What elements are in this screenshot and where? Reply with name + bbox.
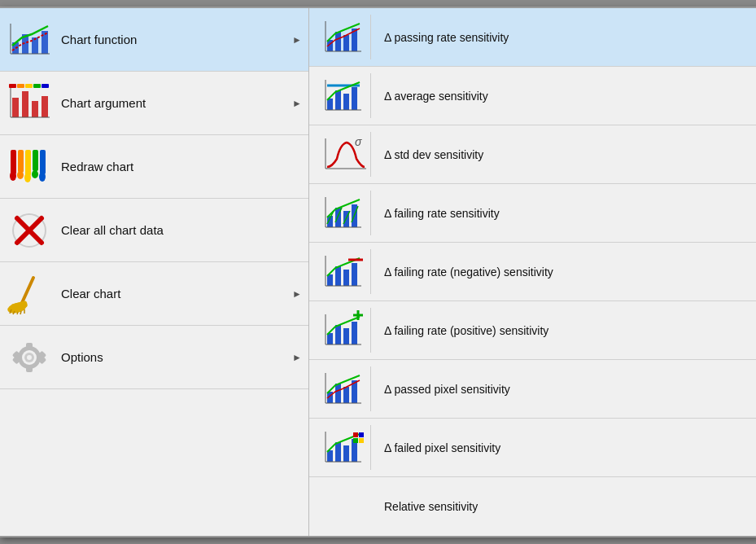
svg-rect-107 <box>353 438 358 443</box>
sub-item-std-dev-sensitivity[interactable]: σ Δ std dev sensitivity <box>309 125 756 184</box>
sub-item-failing-rate-positive[interactable]: Δ failing rate (positive) sensitivity <box>309 301 756 360</box>
svg-point-25 <box>17 171 24 179</box>
svg-rect-61 <box>343 94 349 110</box>
svg-point-51 <box>27 355 32 360</box>
sub-menu: Δ passing rate sensitivity Δ average sen… <box>309 8 756 536</box>
clear-all-icon <box>7 208 51 252</box>
redraw-chart-icon <box>7 144 51 189</box>
svg-rect-15 <box>25 84 33 88</box>
menu-item-clear-chart[interactable]: Clear chart ► <box>0 262 308 326</box>
menu-item-clear-all-chart-data[interactable]: Clear all chart data <box>0 199 308 262</box>
svg-point-24 <box>10 171 16 181</box>
sub-item-passed-pixel-sensitivity[interactable]: Δ passed pixel sensitivity <box>309 360 756 419</box>
main-menu: Chart function ► <box>0 8 309 536</box>
svg-rect-14 <box>17 84 24 88</box>
average-sensitivity-icon <box>322 73 371 118</box>
passing-rate-label: Δ passing rate sensitivity <box>384 31 509 44</box>
svg-point-26 <box>24 173 31 182</box>
clear-chart-icon <box>7 271 51 316</box>
sub-item-average-sensitivity[interactable]: Δ average sensitivity <box>309 67 756 125</box>
svg-rect-13 <box>9 84 16 88</box>
svg-rect-7 <box>22 91 28 117</box>
svg-rect-100 <box>335 442 341 462</box>
svg-rect-95 <box>343 387 349 403</box>
svg-rect-3 <box>42 31 48 54</box>
sub-item-failing-rate-negative[interactable]: Δ failing rate (negative) sensitivity <box>309 243 756 301</box>
chart-argument-label: Chart argument <box>61 96 289 110</box>
svg-text:σ: σ <box>355 135 362 148</box>
std-dev-icon: σ <box>322 132 371 177</box>
svg-rect-86 <box>335 325 341 344</box>
failing-rate-sensitivity-label: Δ failing rate sensitivity <box>384 207 500 220</box>
svg-rect-22 <box>33 150 38 171</box>
svg-rect-6 <box>12 98 19 117</box>
svg-rect-87 <box>343 328 349 344</box>
svg-rect-21 <box>25 150 31 176</box>
svg-rect-60 <box>335 90 341 110</box>
svg-rect-106 <box>359 432 364 437</box>
std-dev-sensitivity-label: Δ std dev sensitivity <box>384 148 483 161</box>
clear-chart-arrow: ► <box>292 288 302 300</box>
passed-pixel-icon <box>322 366 371 411</box>
chart-function-arrow: ► <box>292 34 302 46</box>
svg-rect-16 <box>33 84 41 88</box>
svg-rect-94 <box>335 384 341 403</box>
clear-chart-label: Clear chart <box>61 287 289 301</box>
chart-function-icon <box>7 17 51 62</box>
failing-rate-negative-icon <box>322 249 371 294</box>
menu-item-chart-argument[interactable]: Chart argument ► <box>0 72 308 135</box>
svg-rect-9 <box>42 96 48 117</box>
chart-function-label: Chart function <box>61 33 289 46</box>
svg-point-27 <box>32 170 38 178</box>
svg-rect-19 <box>11 150 16 174</box>
failing-rate-icon <box>322 191 371 235</box>
svg-rect-88 <box>352 322 357 344</box>
svg-rect-42 <box>26 343 33 350</box>
clear-all-chart-data-label: Clear all chart data <box>61 223 302 237</box>
svg-rect-8 <box>32 101 38 117</box>
redraw-chart-label: Redraw chart <box>61 160 302 173</box>
svg-line-32 <box>21 278 33 305</box>
svg-rect-23 <box>40 150 46 174</box>
chart-argument-icon <box>7 81 51 125</box>
svg-rect-101 <box>343 445 349 462</box>
options-icon <box>7 335 51 379</box>
failing-rate-positive-label: Δ failing rate (positive) sensitivity <box>384 324 548 337</box>
options-label: Options <box>61 350 289 364</box>
failed-pixel-icon <box>322 425 371 470</box>
svg-line-37 <box>17 312 18 314</box>
failed-pixel-label: Δ failed pixel sensitivity <box>384 441 500 454</box>
svg-rect-79 <box>335 266 341 286</box>
svg-rect-62 <box>352 87 357 110</box>
svg-point-28 <box>39 172 46 182</box>
svg-rect-81 <box>352 263 357 286</box>
failing-rate-positive-icon <box>322 308 371 353</box>
options-arrow: ► <box>292 352 302 363</box>
svg-line-38 <box>20 311 21 314</box>
svg-rect-80 <box>343 270 349 286</box>
sub-item-failing-rate-sensitivity[interactable]: Δ failing rate sensitivity <box>309 184 756 243</box>
chart-argument-arrow: ► <box>292 98 302 109</box>
average-sensitivity-label: Δ average sensitivity <box>384 90 488 103</box>
svg-rect-53 <box>335 32 341 51</box>
svg-rect-20 <box>18 150 24 173</box>
menu-item-redraw-chart[interactable]: Redraw chart <box>0 135 308 199</box>
relative-sensitivity-label: Relative sensitivity <box>384 500 478 513</box>
svg-rect-54 <box>343 35 349 51</box>
passed-pixel-label: Δ passed pixel sensitivity <box>384 383 510 396</box>
svg-rect-43 <box>26 365 33 372</box>
svg-rect-17 <box>42 84 49 88</box>
sub-item-relative-sensitivity[interactable]: Relative sensitivity <box>309 477 756 536</box>
svg-rect-108 <box>359 438 364 443</box>
failing-rate-negative-label: Δ failing rate (negative) sensitivity <box>384 265 553 279</box>
sub-item-failed-pixel-sensitivity[interactable]: Δ failed pixel sensitivity <box>309 419 756 477</box>
sub-item-passing-rate-sensitivity[interactable]: Δ passing rate sensitivity <box>309 8 756 67</box>
relative-sensitivity-icon <box>322 485 371 529</box>
menu-item-chart-function[interactable]: Chart function ► <box>0 8 308 72</box>
svg-rect-105 <box>353 432 358 437</box>
passing-rate-icon <box>322 15 371 59</box>
menu-item-options[interactable]: Options ► <box>0 326 308 389</box>
context-menu: Chart function ► <box>0 7 756 537</box>
